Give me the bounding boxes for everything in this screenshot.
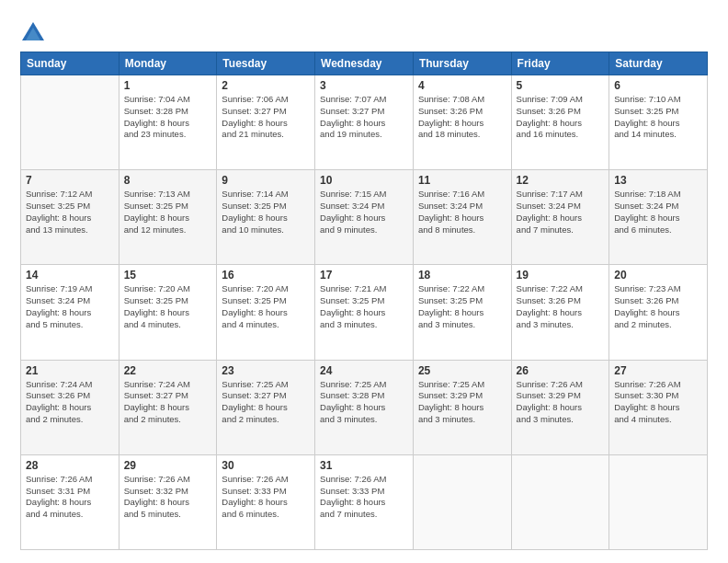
day-info: Sunrise: 7:25 AMSunset: 3:28 PMDaylight:…: [320, 379, 408, 426]
day-info: Sunrise: 7:19 AMSunset: 3:24 PMDaylight:…: [26, 283, 114, 330]
day-number: 31: [320, 459, 408, 472]
calendar-table: SundayMondayTuesdayWednesdayThursdayFrid…: [20, 52, 708, 550]
day-number: 10: [320, 174, 408, 187]
day-info: Sunrise: 7:25 AMSunset: 3:27 PMDaylight:…: [222, 379, 310, 426]
day-number: 17: [320, 269, 408, 282]
day-info: Sunrise: 7:12 AMSunset: 3:25 PMDaylight:…: [26, 189, 114, 236]
calendar-week-2: 7Sunrise: 7:12 AMSunset: 3:25 PMDaylight…: [21, 170, 708, 265]
day-number: 28: [26, 459, 114, 472]
day-info: Sunrise: 7:26 AMSunset: 3:33 PMDaylight:…: [320, 474, 408, 521]
calendar-cell: 5Sunrise: 7:09 AMSunset: 3:26 PMDaylight…: [511, 75, 609, 170]
day-number: 19: [517, 269, 605, 282]
day-number: 12: [517, 174, 605, 187]
day-info: Sunrise: 7:07 AMSunset: 3:27 PMDaylight:…: [320, 94, 408, 141]
calendar-cell: 25Sunrise: 7:25 AMSunset: 3:29 PMDayligh…: [413, 360, 511, 454]
day-number: 4: [418, 79, 506, 92]
calendar-cell: 7Sunrise: 7:12 AMSunset: 3:25 PMDaylight…: [21, 170, 119, 265]
day-info: Sunrise: 7:20 AMSunset: 3:25 PMDaylight:…: [222, 283, 310, 330]
calendar-week-4: 21Sunrise: 7:24 AMSunset: 3:26 PMDayligh…: [21, 360, 708, 454]
day-info: Sunrise: 7:17 AMSunset: 3:24 PMDaylight:…: [517, 189, 605, 236]
day-info: Sunrise: 7:09 AMSunset: 3:26 PMDaylight:…: [517, 94, 605, 141]
calendar-cell: 26Sunrise: 7:26 AMSunset: 3:29 PMDayligh…: [511, 360, 609, 454]
day-info: Sunrise: 7:21 AMSunset: 3:25 PMDaylight:…: [320, 283, 408, 330]
day-number: 29: [124, 459, 212, 472]
calendar-cell: [413, 454, 511, 549]
calendar-cell: 3Sunrise: 7:07 AMSunset: 3:27 PMDaylight…: [315, 75, 414, 170]
day-number: 21: [26, 364, 114, 377]
day-info: Sunrise: 7:24 AMSunset: 3:26 PMDaylight:…: [26, 379, 114, 426]
calendar-cell: 21Sunrise: 7:24 AMSunset: 3:26 PMDayligh…: [21, 360, 119, 454]
day-info: Sunrise: 7:26 AMSunset: 3:32 PMDaylight:…: [124, 474, 212, 521]
day-number: 11: [418, 174, 506, 187]
day-number: 24: [320, 364, 408, 377]
calendar-cell: 30Sunrise: 7:26 AMSunset: 3:33 PMDayligh…: [217, 454, 315, 549]
day-info: Sunrise: 7:06 AMSunset: 3:27 PMDaylight:…: [222, 94, 310, 141]
day-number: 8: [124, 174, 212, 187]
calendar-cell: 8Sunrise: 7:13 AMSunset: 3:25 PMDaylight…: [119, 170, 217, 265]
day-info: Sunrise: 7:10 AMSunset: 3:25 PMDaylight:…: [614, 94, 702, 141]
calendar-cell: 24Sunrise: 7:25 AMSunset: 3:28 PMDayligh…: [315, 360, 414, 454]
calendar-cell: 28Sunrise: 7:26 AMSunset: 3:31 PMDayligh…: [21, 454, 119, 549]
day-number: 22: [124, 364, 212, 377]
day-info: Sunrise: 7:15 AMSunset: 3:24 PMDaylight:…: [320, 189, 408, 236]
day-info: Sunrise: 7:26 AMSunset: 3:30 PMDaylight:…: [614, 379, 702, 426]
day-info: Sunrise: 7:26 AMSunset: 3:33 PMDaylight:…: [222, 474, 310, 521]
col-header-friday: Friday: [511, 52, 609, 75]
calendar-cell: 2Sunrise: 7:06 AMSunset: 3:27 PMDaylight…: [217, 75, 315, 170]
day-info: Sunrise: 7:26 AMSunset: 3:29 PMDaylight:…: [517, 379, 605, 426]
day-number: 18: [418, 269, 506, 282]
col-header-thursday: Thursday: [413, 52, 511, 75]
day-number: 13: [614, 174, 702, 187]
logo: [20, 20, 50, 46]
day-info: Sunrise: 7:08 AMSunset: 3:26 PMDaylight:…: [418, 94, 506, 141]
page: SundayMondayTuesdayWednesdayThursdayFrid…: [0, 0, 728, 563]
calendar-header-row: SundayMondayTuesdayWednesdayThursdayFrid…: [21, 52, 708, 75]
day-number: 3: [320, 79, 408, 92]
calendar-cell: 11Sunrise: 7:16 AMSunset: 3:24 PMDayligh…: [413, 170, 511, 265]
calendar-cell: 27Sunrise: 7:26 AMSunset: 3:30 PMDayligh…: [609, 360, 708, 454]
calendar-cell: 1Sunrise: 7:04 AMSunset: 3:28 PMDaylight…: [119, 75, 217, 170]
calendar-cell: [511, 454, 609, 549]
day-number: 30: [222, 459, 310, 472]
day-info: Sunrise: 7:22 AMSunset: 3:26 PMDaylight:…: [517, 283, 605, 330]
day-info: Sunrise: 7:25 AMSunset: 3:29 PMDaylight:…: [418, 379, 506, 426]
day-info: Sunrise: 7:26 AMSunset: 3:31 PMDaylight:…: [26, 474, 114, 521]
calendar-cell: 9Sunrise: 7:14 AMSunset: 3:25 PMDaylight…: [217, 170, 315, 265]
calendar-cell: 14Sunrise: 7:19 AMSunset: 3:24 PMDayligh…: [21, 265, 119, 360]
day-number: 25: [418, 364, 506, 377]
calendar-cell: 15Sunrise: 7:20 AMSunset: 3:25 PMDayligh…: [119, 265, 217, 360]
calendar-cell: 16Sunrise: 7:20 AMSunset: 3:25 PMDayligh…: [217, 265, 315, 360]
day-number: 20: [614, 269, 702, 282]
calendar-cell: 23Sunrise: 7:25 AMSunset: 3:27 PMDayligh…: [217, 360, 315, 454]
day-number: 2: [222, 79, 310, 92]
day-number: 6: [614, 79, 702, 92]
logo-icon: [20, 20, 46, 46]
calendar-cell: [609, 454, 708, 549]
day-info: Sunrise: 7:13 AMSunset: 3:25 PMDaylight:…: [124, 189, 212, 236]
header: [20, 17, 708, 46]
day-number: 27: [614, 364, 702, 377]
day-info: Sunrise: 7:24 AMSunset: 3:27 PMDaylight:…: [124, 379, 212, 426]
col-header-wednesday: Wednesday: [315, 52, 414, 75]
calendar-cell: 20Sunrise: 7:23 AMSunset: 3:26 PMDayligh…: [609, 265, 708, 360]
day-info: Sunrise: 7:18 AMSunset: 3:24 PMDaylight:…: [614, 189, 702, 236]
day-info: Sunrise: 7:16 AMSunset: 3:24 PMDaylight:…: [418, 189, 506, 236]
calendar-cell: 13Sunrise: 7:18 AMSunset: 3:24 PMDayligh…: [609, 170, 708, 265]
calendar-week-3: 14Sunrise: 7:19 AMSunset: 3:24 PMDayligh…: [21, 265, 708, 360]
day-number: 16: [222, 269, 310, 282]
day-info: Sunrise: 7:22 AMSunset: 3:25 PMDaylight:…: [418, 283, 506, 330]
calendar-cell: 22Sunrise: 7:24 AMSunset: 3:27 PMDayligh…: [119, 360, 217, 454]
day-number: 1: [124, 79, 212, 92]
day-info: Sunrise: 7:20 AMSunset: 3:25 PMDaylight:…: [124, 283, 212, 330]
calendar-week-1: 1Sunrise: 7:04 AMSunset: 3:28 PMDaylight…: [21, 75, 708, 170]
day-number: 5: [517, 79, 605, 92]
calendar-week-5: 28Sunrise: 7:26 AMSunset: 3:31 PMDayligh…: [21, 454, 708, 549]
calendar-cell: 4Sunrise: 7:08 AMSunset: 3:26 PMDaylight…: [413, 75, 511, 170]
col-header-tuesday: Tuesday: [217, 52, 315, 75]
calendar-cell: 6Sunrise: 7:10 AMSunset: 3:25 PMDaylight…: [609, 75, 708, 170]
day-number: 15: [124, 269, 212, 282]
day-info: Sunrise: 7:04 AMSunset: 3:28 PMDaylight:…: [124, 94, 212, 141]
col-header-monday: Monday: [119, 52, 217, 75]
day-number: 23: [222, 364, 310, 377]
calendar-cell: 31Sunrise: 7:26 AMSunset: 3:33 PMDayligh…: [315, 454, 414, 549]
